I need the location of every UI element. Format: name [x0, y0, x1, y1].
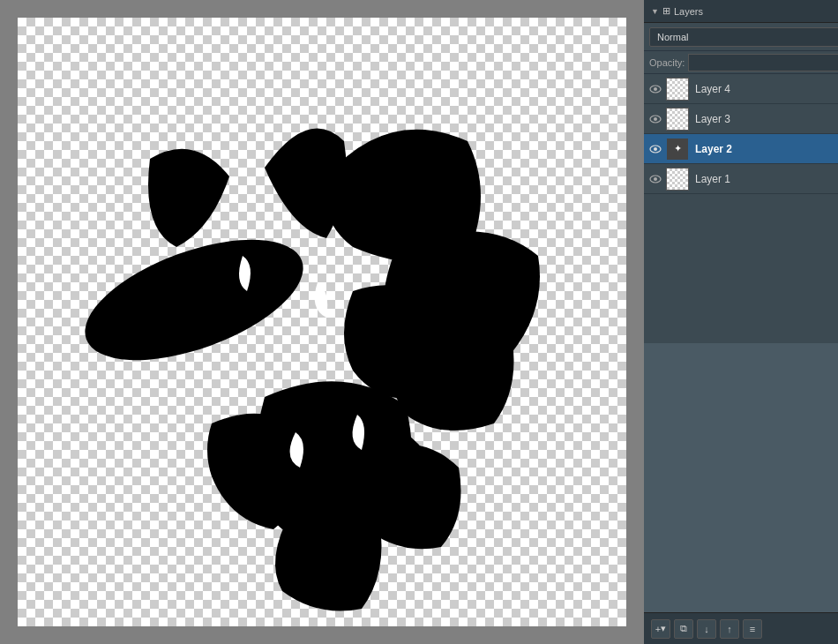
- panel-title-left: ▼ ⊞ Layers: [651, 5, 703, 17]
- layers-empty-area: [644, 343, 838, 612]
- blend-mode-bar: Normal Multiply Screen Overlay ▼ ▼: [644, 23, 838, 51]
- layers-icon: ⊞: [662, 5, 670, 17]
- add-layer-button[interactable]: +▾: [651, 619, 670, 639]
- canvas-wrapper: [18, 18, 626, 626]
- svg-point-0: [70, 215, 318, 385]
- canvas-svg: [18, 18, 626, 626]
- layer-2-thumbnail: ✦: [666, 138, 689, 161]
- layer-1-name: Layer 1: [692, 173, 838, 185]
- layer-row-3[interactable]: Layer 3 🔒 α ⊞: [644, 104, 838, 134]
- layers-panel: ▼ ⊞ Layers ⊟ ✕ Normal Multiply Screen Ov…: [644, 0, 838, 644]
- svg-point-4: [654, 117, 657, 121]
- layer-2-visibility-toggle[interactable]: [647, 141, 663, 157]
- svg-point-2: [654, 87, 657, 91]
- panel-title-bar: ▼ ⊞ Layers ⊟ ✕: [644, 0, 838, 23]
- svg-point-8: [654, 177, 657, 181]
- layer-row-4[interactable]: Layer 4 🔒 α ⊞: [644, 74, 838, 104]
- layer-4-thumbnail: [666, 78, 689, 101]
- layer-3-visibility-toggle[interactable]: [647, 111, 663, 127]
- layer-row-2[interactable]: ✦ Layer 2 🔒 α ⊞: [644, 134, 838, 164]
- layers-collapse-icon[interactable]: ▼: [651, 7, 659, 16]
- move-layer-up-button[interactable]: ↑: [720, 619, 739, 639]
- opacity-bar: Opacity: ▲ ▼: [644, 51, 838, 74]
- layers-list: Layer 4 🔒 α ⊞ Layer 3 🔒 α ⊞: [644, 74, 838, 343]
- layer-4-visibility-toggle[interactable]: [647, 81, 663, 97]
- merge-layers-button[interactable]: ≡: [743, 619, 762, 639]
- layer-1-thumbnail: [666, 168, 689, 191]
- svg-point-6: [654, 147, 657, 151]
- layer-1-visibility-toggle[interactable]: [647, 171, 663, 187]
- blend-mode-select[interactable]: Normal Multiply Screen Overlay: [649, 27, 838, 47]
- layer-3-name: Layer 3: [692, 113, 838, 125]
- footer-buttons: +▾ ⧉ ↓ ↑ ≡: [651, 619, 762, 639]
- canvas-area: [0, 0, 644, 644]
- panel-footer: +▾ ⧉ ↓ ↑ ≡ 🗑: [644, 612, 838, 644]
- layer-4-name: Layer 4: [692, 83, 838, 95]
- layer-3-thumbnail: [666, 108, 689, 131]
- opacity-input[interactable]: [688, 54, 838, 71]
- layer-2-name: Layer 2: [692, 143, 838, 155]
- move-layer-down-button[interactable]: ↓: [697, 619, 716, 639]
- layer-row-1[interactable]: Layer 1 🔒 α ⊞: [644, 164, 838, 194]
- opacity-label: Opacity:: [649, 57, 685, 68]
- duplicate-layer-button[interactable]: ⧉: [674, 619, 693, 639]
- panel-title-text: Layers: [674, 6, 703, 17]
